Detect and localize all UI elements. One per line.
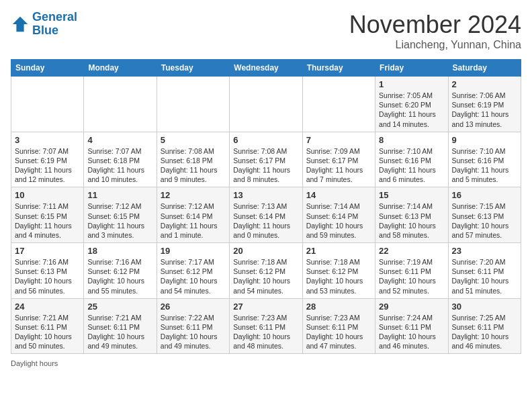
day-number: 4 — [87, 135, 152, 145]
day-info: Sunrise: 7:24 AMSunset: 6:11 PMDaylight:… — [379, 313, 444, 351]
day-info: Sunrise: 7:12 AMSunset: 6:14 PMDaylight:… — [161, 201, 226, 240]
calendar-cell: 28Sunrise: 7:23 AMSunset: 6:11 PMDayligh… — [302, 298, 375, 354]
calendar-cell: 5Sunrise: 7:08 AMSunset: 6:18 PMDaylight… — [157, 132, 229, 187]
calendar-day-header: Thursday — [302, 60, 375, 77]
day-number: 3 — [15, 135, 80, 145]
day-info: Sunrise: 7:19 AMSunset: 6:11 PMDaylight:… — [379, 257, 444, 295]
calendar-cell: 1Sunrise: 7:05 AMSunset: 6:20 PMDaylight… — [375, 77, 448, 132]
day-number: 6 — [233, 135, 298, 145]
day-info: Sunrise: 7:15 AMSunset: 6:13 PMDaylight:… — [452, 201, 517, 240]
daylight-label: Daylight hours — [11, 359, 58, 367]
calendar-header-row: SundayMondayTuesdayWednesdayThursdayFrid… — [11, 60, 521, 77]
title-block: November 2024 Liancheng, Yunnan, China — [349, 11, 521, 51]
calendar-cell: 11Sunrise: 7:12 AMSunset: 6:15 PMDayligh… — [84, 187, 157, 243]
calendar-cell: 26Sunrise: 7:22 AMSunset: 6:11 PMDayligh… — [157, 298, 229, 354]
day-info: Sunrise: 7:05 AMSunset: 6:20 PMDaylight:… — [379, 91, 444, 129]
calendar-cell: 8Sunrise: 7:10 AMSunset: 6:16 PMDaylight… — [375, 132, 448, 187]
day-number: 25 — [87, 302, 152, 312]
day-number: 15 — [379, 190, 444, 200]
calendar-cell: 2Sunrise: 7:06 AMSunset: 6:19 PMDaylight… — [448, 77, 521, 132]
day-info: Sunrise: 7:13 AMSunset: 6:14 PMDaylight:… — [233, 201, 298, 240]
day-info: Sunrise: 7:22 AMSunset: 6:11 PMDaylight:… — [161, 313, 226, 351]
calendar-cell: 12Sunrise: 7:12 AMSunset: 6:14 PMDayligh… — [157, 187, 229, 243]
day-number: 9 — [452, 135, 517, 145]
day-number: 5 — [161, 135, 226, 145]
logo-icon — [11, 15, 30, 34]
day-info: Sunrise: 7:14 AMSunset: 6:14 PMDaylight:… — [306, 201, 371, 240]
calendar-cell — [11, 77, 84, 132]
calendar-cell — [230, 77, 302, 132]
day-number: 8 — [379, 135, 444, 145]
day-info: Sunrise: 7:25 AMSunset: 6:11 PMDaylight:… — [452, 313, 517, 351]
svg-marker-0 — [13, 17, 28, 32]
day-info: Sunrise: 7:07 AMSunset: 6:19 PMDaylight:… — [15, 146, 80, 185]
day-info: Sunrise: 7:12 AMSunset: 6:15 PMDaylight:… — [87, 201, 152, 240]
calendar-cell: 27Sunrise: 7:23 AMSunset: 6:11 PMDayligh… — [230, 298, 302, 354]
day-info: Sunrise: 7:20 AMSunset: 6:11 PMDaylight:… — [452, 257, 517, 295]
day-number: 16 — [452, 190, 517, 200]
day-number: 30 — [452, 302, 517, 312]
day-info: Sunrise: 7:11 AMSunset: 6:15 PMDaylight:… — [15, 201, 80, 240]
day-info: Sunrise: 7:06 AMSunset: 6:19 PMDaylight:… — [452, 91, 517, 129]
day-number: 27 — [233, 302, 298, 312]
day-info: Sunrise: 7:17 AMSunset: 6:12 PMDaylight:… — [161, 257, 226, 295]
calendar-day-header: Friday — [375, 60, 448, 77]
calendar-cell: 23Sunrise: 7:20 AMSunset: 6:11 PMDayligh… — [448, 243, 521, 299]
page-header: General Blue November 2024 Liancheng, Yu… — [11, 11, 521, 51]
logo: General Blue — [11, 11, 77, 38]
calendar-day-header: Wednesday — [230, 60, 302, 77]
logo-line2: Blue — [32, 24, 58, 37]
day-info: Sunrise: 7:14 AMSunset: 6:13 PMDaylight:… — [379, 201, 444, 240]
day-number: 23 — [452, 246, 517, 256]
day-info: Sunrise: 7:18 AMSunset: 6:12 PMDaylight:… — [233, 257, 298, 295]
logo-line1: General — [32, 10, 77, 24]
calendar-week-row: 24Sunrise: 7:21 AMSunset: 6:11 PMDayligh… — [11, 298, 521, 354]
day-number: 14 — [306, 190, 371, 200]
day-number: 28 — [306, 302, 371, 312]
day-number: 29 — [379, 302, 444, 312]
calendar-cell: 20Sunrise: 7:18 AMSunset: 6:12 PMDayligh… — [230, 243, 302, 299]
day-number: 20 — [233, 246, 298, 256]
day-info: Sunrise: 7:08 AMSunset: 6:17 PMDaylight:… — [233, 146, 298, 185]
day-info: Sunrise: 7:23 AMSunset: 6:11 PMDaylight:… — [306, 313, 371, 351]
calendar-day-header: Saturday — [448, 60, 521, 77]
calendar-day-header: Monday — [84, 60, 157, 77]
calendar-cell: 6Sunrise: 7:08 AMSunset: 6:17 PMDaylight… — [230, 132, 302, 187]
calendar-week-row: 3Sunrise: 7:07 AMSunset: 6:19 PMDaylight… — [11, 132, 521, 187]
day-number: 21 — [306, 246, 371, 256]
day-number: 26 — [161, 302, 226, 312]
calendar-cell: 10Sunrise: 7:11 AMSunset: 6:15 PMDayligh… — [11, 187, 84, 243]
day-info: Sunrise: 7:21 AMSunset: 6:11 PMDaylight:… — [87, 313, 152, 351]
day-number: 10 — [15, 190, 80, 200]
day-number: 22 — [379, 246, 444, 256]
day-info: Sunrise: 7:08 AMSunset: 6:18 PMDaylight:… — [161, 146, 226, 185]
day-info: Sunrise: 7:21 AMSunset: 6:11 PMDaylight:… — [15, 313, 80, 351]
calendar-cell: 13Sunrise: 7:13 AMSunset: 6:14 PMDayligh… — [230, 187, 302, 243]
calendar-cell — [302, 77, 375, 132]
calendar-cell: 4Sunrise: 7:07 AMSunset: 6:18 PMDaylight… — [84, 132, 157, 187]
calendar-cell: 17Sunrise: 7:16 AMSunset: 6:13 PMDayligh… — [11, 243, 84, 299]
calendar-table: SundayMondayTuesdayWednesdayThursdayFrid… — [11, 59, 521, 354]
day-number: 17 — [15, 246, 80, 256]
day-number: 12 — [161, 190, 226, 200]
calendar-cell: 24Sunrise: 7:21 AMSunset: 6:11 PMDayligh… — [11, 298, 84, 354]
day-number: 11 — [87, 190, 152, 200]
calendar-cell: 25Sunrise: 7:21 AMSunset: 6:11 PMDayligh… — [84, 298, 157, 354]
day-info: Sunrise: 7:16 AMSunset: 6:12 PMDaylight:… — [87, 257, 152, 295]
calendar-cell: 14Sunrise: 7:14 AMSunset: 6:14 PMDayligh… — [302, 187, 375, 243]
calendar-day-header: Sunday — [11, 60, 84, 77]
day-info: Sunrise: 7:10 AMSunset: 6:16 PMDaylight:… — [452, 146, 517, 185]
day-info: Sunrise: 7:07 AMSunset: 6:18 PMDaylight:… — [87, 146, 152, 185]
footer: Daylight hours — [11, 359, 521, 367]
calendar-cell: 29Sunrise: 7:24 AMSunset: 6:11 PMDayligh… — [375, 298, 448, 354]
calendar-week-row: 17Sunrise: 7:16 AMSunset: 6:13 PMDayligh… — [11, 243, 521, 299]
day-info: Sunrise: 7:10 AMSunset: 6:16 PMDaylight:… — [379, 146, 444, 185]
calendar-week-row: 1Sunrise: 7:05 AMSunset: 6:20 PMDaylight… — [11, 77, 521, 132]
day-number: 24 — [15, 302, 80, 312]
day-number: 2 — [452, 79, 517, 89]
calendar-week-row: 10Sunrise: 7:11 AMSunset: 6:15 PMDayligh… — [11, 187, 521, 243]
day-number: 18 — [87, 246, 152, 256]
month-title: November 2024 — [349, 11, 521, 39]
location: Liancheng, Yunnan, China — [349, 39, 521, 51]
calendar-cell: 19Sunrise: 7:17 AMSunset: 6:12 PMDayligh… — [157, 243, 229, 299]
